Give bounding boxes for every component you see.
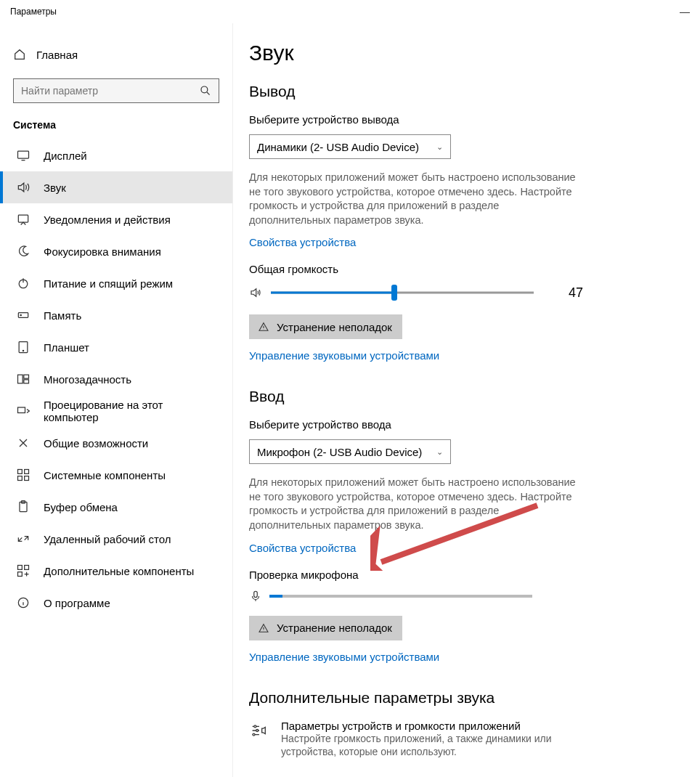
- svg-point-0: [201, 86, 208, 93]
- sidebar-item-tablet[interactable]: Планшет: [0, 331, 232, 363]
- master-volume-value: 47: [554, 285, 583, 301]
- sidebar-item-label: Дополнительные компоненты: [44, 565, 194, 577]
- svg-rect-2: [18, 215, 28, 222]
- sidebar-item-label: Удаленный рабочий стол: [44, 533, 171, 545]
- sidebar-item-label: Многозадачность: [44, 373, 131, 386]
- warning-icon: [258, 622, 269, 634]
- app-volume-subtitle: Настройте громкость приложений, а также …: [281, 732, 598, 760]
- clipboard-icon: [16, 500, 30, 514]
- input-troubleshoot-button[interactable]: Устранение неполадок: [249, 616, 402, 640]
- sidebar-item-label: Звук: [44, 182, 66, 194]
- output-props-link[interactable]: Свойства устройства: [249, 236, 356, 248]
- svg-point-23: [254, 725, 256, 727]
- input-heading: Ввод: [249, 388, 671, 405]
- svg-rect-20: [18, 572, 23, 577]
- chevron-down-icon: ⌄: [436, 447, 443, 457]
- warning-icon: [258, 321, 269, 333]
- output-troubleshoot-button[interactable]: Устранение неполадок: [249, 314, 402, 339]
- optional-icon: [16, 564, 30, 578]
- sidebar-section-label: Система: [0, 119, 232, 139]
- sidebar-item-storage[interactable]: Память: [0, 299, 232, 331]
- svg-rect-14: [18, 476, 23, 481]
- search-field[interactable]: [21, 85, 200, 97]
- multitasking-icon: [16, 372, 30, 386]
- sidebar-item-power[interactable]: Питание и спящий режим: [0, 267, 232, 299]
- svg-rect-9: [24, 375, 29, 378]
- search-icon: [200, 85, 211, 97]
- sidebar-item-optional[interactable]: Дополнительные компоненты: [0, 555, 232, 587]
- mic-test-row: [249, 590, 671, 603]
- app-volume-icon: [249, 720, 268, 760]
- input-device-dropdown[interactable]: Микрофон (2- USB Audio Device) ⌄: [249, 439, 451, 464]
- svg-rect-15: [25, 476, 29, 481]
- svg-rect-18: [18, 566, 23, 570]
- tablet-icon: [16, 340, 30, 354]
- storage-icon: [16, 308, 30, 322]
- mic-level-bar: [269, 595, 532, 598]
- output-device-value: Динамики (2- USB Audio Device): [257, 141, 419, 153]
- window-title: Параметры: [10, 7, 57, 17]
- sidebar: Главная Система Дисплей Звук: [0, 23, 232, 777]
- focus-icon: [16, 244, 30, 259]
- svg-point-5: [20, 314, 21, 315]
- app-volume-row[interactable]: Параметры устройств и громкости приложен…: [249, 720, 598, 760]
- sidebar-item-label: Планшет: [44, 341, 89, 354]
- home-icon: [13, 48, 26, 61]
- output-device-label: Выберите устройство вывода: [249, 113, 671, 126]
- sidebar-item-label: Системные компоненты: [44, 469, 166, 481]
- app-volume-title: Параметры устройств и громкости приложен…: [281, 720, 598, 732]
- sidebar-item-sound[interactable]: Звук: [0, 171, 232, 203]
- sidebar-item-components[interactable]: Системные компоненты: [0, 459, 232, 491]
- components-icon: [16, 468, 30, 482]
- output-hint: Для некоторых приложений может быть наст…: [249, 171, 583, 227]
- mic-test-label: Проверка микрофона: [249, 569, 671, 581]
- svg-point-25: [253, 733, 255, 736]
- master-volume-slider[interactable]: [271, 284, 534, 301]
- display-icon: [16, 148, 30, 163]
- output-device-dropdown[interactable]: Динамики (2- USB Audio Device) ⌄: [249, 134, 451, 159]
- microphone-icon: [249, 590, 262, 603]
- sidebar-item-notifications[interactable]: Уведомления и действия: [0, 203, 232, 235]
- remote-icon: [16, 532, 30, 546]
- sidebar-item-label: Буфер обмена: [44, 501, 118, 513]
- main-content: Звук Вывод Выберите устройство вывода Ди…: [232, 23, 700, 777]
- output-manage-link[interactable]: Управление звуковыми устройствами: [249, 349, 439, 362]
- sidebar-item-focus[interactable]: Фокусировка внимания: [0, 235, 232, 267]
- advanced-heading: Дополнительные параметры звука: [249, 689, 671, 707]
- sidebar-item-projecting[interactable]: Проецирование на этот компьютер: [0, 395, 232, 427]
- sidebar-item-display[interactable]: Дисплей: [0, 139, 232, 171]
- master-volume-label: Общая громкость: [249, 263, 671, 275]
- svg-rect-4: [18, 313, 28, 318]
- sound-icon: [16, 180, 30, 195]
- sidebar-item-label: О программе: [44, 597, 110, 609]
- search-input[interactable]: [13, 78, 219, 103]
- projecting-icon: [16, 404, 30, 418]
- sidebar-item-shared[interactable]: Общие возможности: [0, 427, 232, 459]
- svg-rect-1: [18, 151, 29, 158]
- chevron-down-icon: ⌄: [436, 142, 443, 152]
- titlebar: Параметры —: [0, 0, 700, 23]
- minimize-icon[interactable]: —: [680, 6, 690, 17]
- sidebar-item-label: Дисплей: [44, 150, 87, 162]
- sidebar-item-about[interactable]: О программе: [0, 587, 232, 619]
- input-props-link[interactable]: Свойства устройства: [249, 542, 356, 554]
- sidebar-item-clipboard[interactable]: Буфер обмена: [0, 491, 232, 523]
- svg-point-7: [23, 350, 23, 351]
- sidebar-item-remote[interactable]: Удаленный рабочий стол: [0, 523, 232, 555]
- home-button[interactable]: Главная: [0, 41, 232, 68]
- power-icon: [16, 276, 30, 290]
- button-label: Устранение неполадок: [277, 622, 392, 634]
- input-manage-link[interactable]: Управление звуковыми устройствами: [249, 651, 439, 663]
- svg-rect-13: [25, 470, 29, 474]
- sidebar-item-multitasking[interactable]: Многозадачность: [0, 363, 232, 395]
- about-icon: [16, 595, 30, 610]
- sidebar-item-label: Уведомления и действия: [44, 213, 171, 226]
- svg-rect-22: [254, 591, 258, 597]
- svg-rect-19: [25, 566, 29, 570]
- output-heading: Вывод: [249, 83, 671, 100]
- notifications-icon: [16, 212, 30, 227]
- page-title: Звук: [249, 41, 671, 65]
- input-device-label: Выберите устройство ввода: [249, 418, 671, 431]
- input-hint: Для некоторых приложений может быть наст…: [249, 476, 583, 532]
- speaker-icon[interactable]: [249, 286, 262, 299]
